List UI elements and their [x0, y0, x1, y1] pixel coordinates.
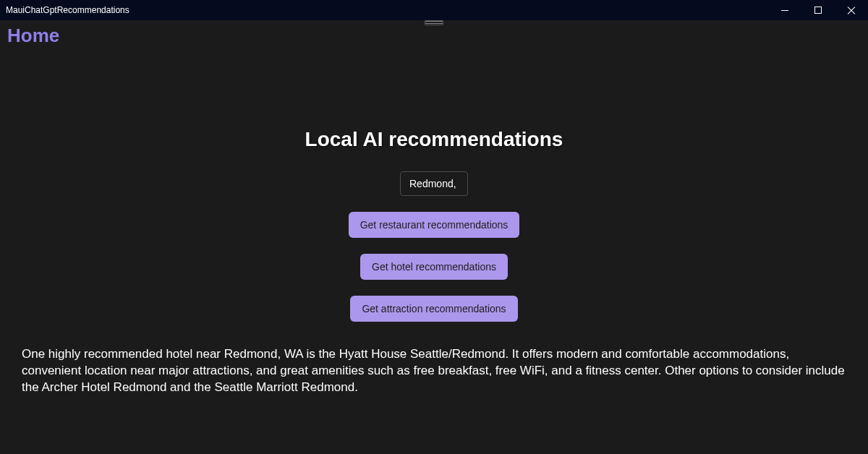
minimize-button[interactable] [768, 0, 801, 20]
titlebar: MauiChatGptRecommendations [0, 0, 868, 20]
page-title: Home [7, 25, 861, 47]
window-title: MauiChatGptRecommendations [0, 5, 129, 15]
recommendation-result-text: One highly recommended hotel near Redmon… [0, 338, 868, 396]
drag-handle[interactable] [425, 20, 443, 25]
location-input[interactable] [400, 171, 468, 196]
get-hotel-recommendations-button[interactable]: Get hotel recommendations [360, 254, 508, 280]
drag-handle-icon [425, 20, 443, 25]
main-content: Local AI recommendations Get restaurant … [0, 51, 868, 396]
close-icon [847, 6, 856, 14]
main-heading: Local AI recommendations [305, 128, 563, 151]
maximize-icon [814, 7, 822, 14]
maximize-button[interactable] [801, 0, 835, 20]
close-button[interactable] [835, 0, 868, 20]
get-restaurant-recommendations-button[interactable]: Get restaurant recommendations [349, 212, 520, 238]
window-controls [768, 0, 868, 20]
get-attraction-recommendations-button[interactable]: Get attraction recommendations [350, 296, 517, 322]
minimize-icon [781, 10, 788, 11]
